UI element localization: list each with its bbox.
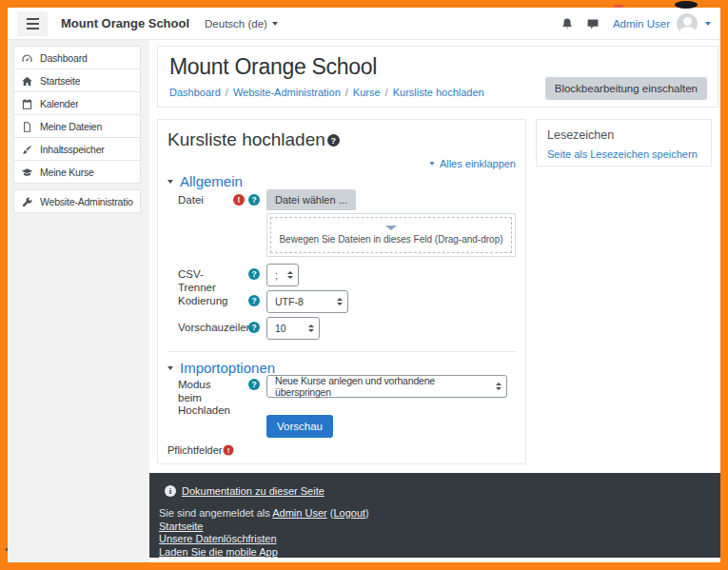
required-icon: !	[224, 444, 234, 455]
breadcrumb-dashboard[interactable]: Dashboard	[169, 87, 221, 98]
avatar-top-fragment	[675, 1, 698, 9]
user-avatar[interactable]	[677, 13, 698, 34]
sidebar-item-label: Website-Administration	[40, 196, 133, 207]
preview-submit-button[interactable]: Vorschau	[266, 415, 333, 438]
delimiter-help-icon[interactable]: ?	[248, 268, 260, 280]
footer-home-link[interactable]: Startseite	[159, 521, 203, 532]
title-help-icon[interactable]: ?	[327, 134, 340, 147]
required-icon: !	[233, 194, 245, 206]
logout-link[interactable]: Logout	[333, 507, 365, 519]
form-title: Kursliste hochladen?	[167, 129, 340, 150]
sidebar-item-startseite[interactable]: Startseite	[13, 69, 141, 92]
sidebar-item-label: Kalender	[40, 98, 78, 109]
collapse-all-link[interactable]: Alles einklappen	[429, 158, 516, 169]
file-icon	[21, 120, 33, 132]
footer-data-retention-link[interactable]: Unsere Datenlöschfristen	[159, 533, 277, 544]
footer-mobile-app-link[interactable]: Laden Sie die mobile App	[159, 546, 278, 558]
drag-drop-arrow-icon	[385, 226, 397, 230]
page-header-card: Mount Orange School Dashboard/Website-Ad…	[157, 46, 718, 108]
select-arrows-icon	[337, 298, 343, 305]
section-importoptionen[interactable]: Importoptionen	[167, 360, 275, 376]
sidebar-item-label: Startseite	[40, 75, 80, 87]
bookmarks-title: Lesezeichen	[547, 128, 700, 142]
site-name[interactable]: Mount Orange School	[61, 16, 189, 30]
section-divider	[167, 351, 516, 352]
wrench-icon	[21, 195, 33, 207]
sidebar-item-kalender[interactable]: Kalender	[13, 91, 141, 115]
notification-badge-fragment	[614, 5, 623, 8]
sidebar-item-meine-dateien[interactable]: Meine Dateien	[13, 114, 141, 138]
sidebar-item-label: Dashboard	[40, 52, 88, 64]
upload-mode-select[interactable]: Neue Kurse anlegen und vorhandene übersp…	[266, 375, 507, 398]
home-icon	[21, 74, 33, 87]
upload-mode-field-label: Modus beim Hochladen	[178, 379, 235, 418]
graduation-cap-icon	[21, 166, 33, 178]
main-content: Mount Orange School Dashboard/Website-Ad…	[149, 40, 720, 562]
select-arrows-icon	[287, 271, 293, 279]
sidebar-item-dashboard[interactable]: Dashboard	[13, 46, 141, 69]
page-title: Mount Orange School	[169, 54, 706, 80]
sidebar-item-meine-kurse[interactable]: Meine Kurse	[13, 160, 141, 184]
language-menu[interactable]: Deutsch (de)	[205, 18, 278, 29]
dropzone-hint: Bewegen Sie Dateien in dieses Feld (Drag…	[279, 234, 502, 245]
preview-rows-field-label: Vorschauzeilen	[178, 322, 235, 335]
chevron-down-icon	[272, 22, 278, 26]
breadcrumb-current[interactable]: Kursliste hochladen	[393, 87, 484, 98]
user-menu-chevron-icon[interactable]	[705, 22, 711, 26]
moodle-page: Mount Orange School Deutsch (de) Admin U…	[8, 8, 720, 562]
save-bookmark-link[interactable]: Seite als Lesezeichen speichern	[547, 148, 700, 160]
avatar-head-shape	[683, 17, 692, 26]
breadcrumb-website-administration[interactable]: Website-Administration	[233, 87, 341, 98]
calendar-icon	[21, 97, 33, 109]
encoding-select[interactable]: UTF-8	[266, 290, 348, 313]
messages-icon[interactable]	[586, 17, 600, 30]
breadcrumb-separator: /	[345, 87, 348, 98]
upload-courses-form-card: Kursliste hochladen? Alles einklappen Al…	[157, 119, 526, 464]
section-allgemein[interactable]: Allgemein	[167, 173, 243, 189]
footer-user-link[interactable]: Admin User	[272, 507, 326, 519]
choose-file-button[interactable]: Datei wählen ...	[266, 189, 356, 210]
encoding-field-label: Kodierung	[178, 295, 235, 308]
required-fields-note: Pflichtfelder!	[167, 444, 234, 456]
delimiter-field-label: CSV-Trenner	[178, 268, 235, 294]
nav-drawer: Dashboard Startseite Kalender Meine Date…	[8, 40, 149, 562]
sidebar-item-website-administration[interactable]: Website-Administration	[13, 189, 141, 213]
section-caret-icon	[167, 180, 173, 184]
breadcrumb: Dashboard/Website-Administration/Kurse/K…	[169, 87, 484, 98]
navbar-right: Admin User	[548, 13, 711, 34]
paintbrush-icon	[21, 143, 33, 155]
collapse-caret-icon	[429, 162, 434, 166]
file-dropzone[interactable]: Bewegen Sie Dateien in dieses Feld (Drag…	[266, 213, 516, 257]
dropzone-dashed-area: Bewegen Sie Dateien in dieses Feld (Drag…	[270, 217, 512, 253]
browser-viewport: Mount Orange School Deutsch (de) Admin U…	[0, 0, 728, 570]
encoding-help-icon[interactable]: ?	[248, 295, 260, 306]
user-menu-name[interactable]: Admin User	[613, 18, 670, 29]
file-field-label: Datei	[178, 194, 235, 207]
select-arrows-icon	[496, 383, 502, 390]
info-icon: i	[165, 485, 176, 497]
sidebar-item-inhaltsspeicher[interactable]: Inhaltsspeicher	[13, 137, 141, 161]
notifications-bell-icon[interactable]	[561, 17, 574, 30]
select-arrows-icon	[308, 324, 314, 332]
breadcrumb-kurse[interactable]: Kurse	[353, 87, 381, 98]
top-navbar: Mount Orange School Deutsch (de) Admin U…	[8, 8, 720, 40]
language-label: Deutsch (de)	[205, 18, 267, 29]
menu-toggle-button[interactable]	[17, 11, 48, 36]
section-caret-icon	[167, 366, 173, 370]
delimiter-select[interactable]: ;	[266, 264, 299, 286]
documentation-line: i Dokumentation zu dieser Seite	[165, 485, 707, 497]
bookmarks-block: Lesezeichen Seite als Lesezeichen speich…	[536, 119, 712, 167]
preview-rows-select[interactable]: 10	[266, 317, 320, 340]
login-status-line: Sie sind angemeldet als Admin User (Logo…	[159, 507, 707, 519]
block-editing-toggle-button[interactable]: Blockbearbeitung einschalten	[545, 77, 707, 100]
sidebar-item-label: Meine Dateien	[40, 121, 102, 132]
gauge-icon	[21, 51, 33, 64]
upload-mode-help-icon[interactable]: ?	[248, 379, 260, 390]
file-help-icon[interactable]: ?	[248, 194, 260, 206]
sidebar-item-label: Meine Kurse	[40, 167, 94, 178]
stray-pixel	[6, 548, 8, 551]
breadcrumb-separator: /	[226, 87, 228, 98]
page-footer: i Dokumentation zu dieser Seite Sie sind…	[149, 473, 720, 558]
preview-rows-help-icon[interactable]: ?	[248, 322, 260, 333]
documentation-link[interactable]: Dokumentation zu dieser Seite	[182, 485, 325, 497]
